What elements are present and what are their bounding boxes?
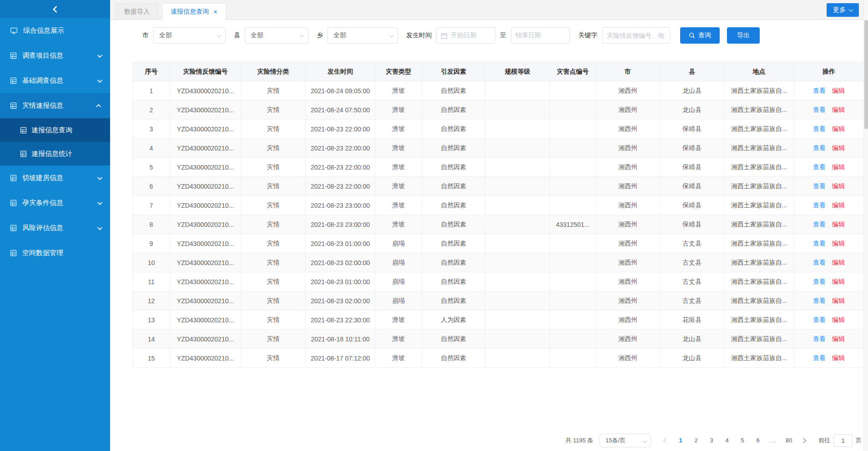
cell-city: 湘西州	[596, 253, 660, 272]
goto-page-input[interactable]	[833, 434, 853, 447]
view-link[interactable]: 查看	[813, 125, 826, 132]
view-link[interactable]: 查看	[813, 87, 826, 94]
cell-county: 龙山县	[660, 81, 724, 100]
tab-2[interactable]: 速报信息查询×	[162, 3, 226, 20]
cell-county: 古丈县	[660, 253, 724, 272]
next-page-button[interactable]	[797, 434, 810, 447]
edit-link[interactable]: 编辑	[832, 87, 845, 94]
chevron-down-icon	[300, 33, 304, 38]
view-link[interactable]: 查看	[813, 335, 826, 342]
page-number[interactable]: 1	[674, 434, 687, 447]
cell-location: 湘西土家族苗族自...	[724, 253, 794, 272]
export-button[interactable]: 导出	[727, 27, 760, 44]
city-select[interactable]: 全部	[153, 27, 226, 44]
page-number[interactable]: 80	[782, 434, 795, 447]
calendar-icon	[441, 32, 448, 39]
cell-operations: 查看编辑	[794, 177, 864, 196]
goto-page: 前往 页	[818, 434, 862, 447]
edit-link[interactable]: 编辑	[832, 182, 845, 190]
edit-link[interactable]: 编辑	[832, 106, 845, 113]
edit-link[interactable]: 编辑	[832, 201, 845, 209]
view-link[interactable]: 查看	[813, 240, 826, 247]
cell-point	[550, 272, 596, 291]
cell-county: 古丈县	[660, 234, 724, 253]
sidebar-subitem[interactable]: 速报信息查询	[0, 118, 110, 142]
cell-cause: 自然因素	[422, 291, 485, 311]
view-link[interactable]: 查看	[813, 163, 826, 170]
edit-link[interactable]: 编辑	[832, 354, 845, 361]
page-number[interactable]: 6	[752, 434, 764, 447]
sidebar-item-3[interactable]: 基础调查信息	[0, 68, 110, 93]
edit-link[interactable]: 编辑	[832, 144, 845, 151]
view-link[interactable]: 查看	[813, 220, 826, 228]
cell-time: 2021-08-23 22:00:00	[306, 158, 375, 177]
search-button[interactable]: 查询	[680, 27, 720, 44]
cell-code: YZD43000020210...	[170, 253, 241, 272]
cell-operations: 查看编辑	[794, 100, 864, 120]
town-label: 乡	[317, 31, 323, 40]
end-date-input[interactable]: 结束日期	[511, 27, 570, 44]
view-link[interactable]: 查看	[813, 259, 826, 266]
scrollbar-thumb[interactable]	[864, 20, 868, 129]
goto-label: 前往	[818, 436, 830, 445]
sidebar-item-8[interactable]: 空间数据管理	[0, 241, 110, 266]
page-number[interactable]: 5	[736, 434, 749, 447]
cell-no: 15	[133, 349, 170, 368]
view-link[interactable]: 查看	[813, 201, 826, 209]
county-select[interactable]: 全部	[245, 27, 308, 44]
view-link[interactable]: 查看	[813, 106, 826, 113]
edit-link[interactable]: 编辑	[832, 335, 845, 342]
sidebar-item-4[interactable]: 灾情速报信息	[0, 93, 110, 118]
keyword-input[interactable]	[602, 27, 670, 44]
edit-link[interactable]: 编辑	[832, 297, 845, 304]
view-link[interactable]: 查看	[813, 316, 826, 323]
edit-link[interactable]: 编辑	[832, 278, 845, 285]
close-icon[interactable]: ×	[213, 8, 217, 15]
sidebar-item-6[interactable]: 孕灾条件信息	[0, 190, 110, 215]
page-number[interactable]: 4	[721, 434, 733, 447]
edit-link[interactable]: 编辑	[832, 240, 845, 247]
total-count: 共 1195 条	[565, 436, 593, 445]
page-number[interactable]: 2	[690, 434, 702, 447]
cell-time: 2021-08-23 22:30:00	[306, 311, 375, 330]
town-select[interactable]: 全部	[328, 27, 398, 44]
prev-page-button[interactable]	[659, 434, 673, 447]
sidebar-collapse-button[interactable]	[0, 0, 110, 18]
sidebar-subitem[interactable]: 速报信息统计	[0, 142, 110, 165]
cell-cause: 自然因素	[422, 349, 485, 368]
edit-link[interactable]: 编辑	[832, 125, 845, 132]
more-button[interactable]: 更多	[827, 3, 859, 17]
view-link[interactable]: 查看	[813, 297, 826, 304]
sidebar-subitem-label: 速报信息统计	[31, 150, 72, 158]
view-link[interactable]: 查看	[813, 354, 826, 361]
view-link[interactable]: 查看	[813, 278, 826, 285]
app-window: 综合信息展示调查项目信息基础调查信息灾情速报信息速报信息查询速报信息统计切坡建房…	[0, 0, 868, 451]
cell-point	[550, 291, 596, 311]
cell-type: 滑坡	[375, 196, 422, 215]
cell-no: 14	[133, 330, 170, 349]
sidebar: 综合信息展示调查项目信息基础调查信息灾情速报信息速报信息查询速报信息统计切坡建房…	[0, 0, 110, 451]
start-date-input[interactable]: 开始日期	[436, 27, 495, 44]
page-size-select[interactable]: 15条/页	[600, 434, 651, 447]
cell-code: YZD43000020210...	[170, 158, 241, 177]
edit-link[interactable]: 编辑	[832, 259, 845, 266]
edit-link[interactable]: 编辑	[832, 163, 845, 170]
column-header: 发生时间	[306, 62, 375, 81]
cell-operations: 查看编辑	[794, 349, 864, 368]
edit-link[interactable]: 编辑	[832, 316, 845, 323]
chevron-down-icon	[389, 33, 394, 38]
sidebar-item-7[interactable]: 风险评估信息	[0, 215, 110, 241]
cell-location: 湘西土家族苗族自...	[724, 234, 794, 253]
sidebar-item-1[interactable]: 综合信息展示	[0, 18, 110, 43]
sidebar-item-2[interactable]: 调查项目信息	[0, 43, 110, 68]
chevron-down-icon	[849, 7, 853, 12]
sidebar-item-5[interactable]: 切坡建房信息	[0, 165, 110, 190]
cell-cause: 人为因素	[422, 311, 485, 330]
cell-city: 湘西州	[596, 120, 660, 139]
view-link[interactable]: 查看	[813, 144, 826, 151]
page-number[interactable]: 3	[705, 434, 718, 447]
tab-1[interactable]: 数据导入	[116, 3, 158, 20]
edit-link[interactable]: 编辑	[832, 220, 845, 228]
view-link[interactable]: 查看	[813, 182, 826, 190]
cell-code: YZD43000020210...	[170, 234, 241, 253]
